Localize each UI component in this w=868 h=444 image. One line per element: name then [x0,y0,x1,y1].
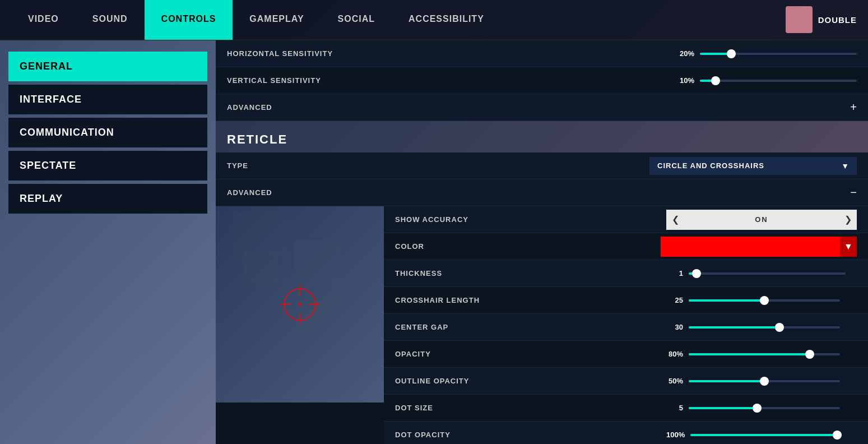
sidebar-item-interface[interactable]: INTERFACE [8,85,207,114]
dot-opacity-row: DOT OPACITY 100% [384,422,868,444]
avatar [786,6,813,33]
vertical-sensitivity-slider[interactable] [700,80,857,82]
center-gap-slider[interactable] [689,326,840,329]
svg-point-5 [299,303,301,306]
color-box[interactable] [661,237,840,257]
dot-opacity-track [690,434,842,436]
outline-opacity-value: 50% [666,377,683,385]
sidebar-item-replay[interactable]: REPLAY [8,184,207,214]
top-nav: VIDEO SOUND CONTROLS GAMEPLAY SOCIAL ACC… [0,0,868,40]
tab-gameplay[interactable]: GAMEPLAY [233,0,321,40]
user-name: DOUBLE [818,15,857,25]
color-label: COLOR [395,242,661,251]
color-control[interactable]: ▼ [661,237,857,257]
opacity-label: OPACITY [395,350,666,358]
sidebar-item-communication[interactable]: COMMUNICATION [8,118,207,147]
center-gap-control: 30 [666,323,857,331]
toggle-arrow-left-show-accuracy[interactable]: ❮ [666,210,684,230]
thickness-track [689,272,846,275]
show-accuracy-toggle[interactable]: ❮ ON ❯ [666,210,857,230]
sidebar: GENERAL INTERFACE COMMUNICATION SPECTATE… [0,40,216,444]
minus-icon: − [850,186,857,199]
outline-opacity-track [689,380,840,382]
thickness-control: 1 [666,269,857,278]
type-dropdown[interactable]: CIRCLE AND CROSSHAIRS ▼ [649,157,857,175]
dot-opacity-fill [690,434,842,436]
opacity-track [689,353,840,355]
dot-size-track [689,407,840,409]
sidebar-item-spectate[interactable]: SPECTATE [8,151,207,181]
type-row: TYPE CIRCLE AND CROSSHAIRS ▼ [216,152,868,179]
thickness-value: 1 [666,269,683,278]
preview-square-3 [233,212,289,257]
dot-opacity-thumb[interactable] [833,431,842,440]
center-gap-value: 30 [666,323,683,331]
center-gap-thumb[interactable] [775,323,784,332]
show-accuracy-row: SHOW ACCURACY ❮ ON ❯ [384,206,868,233]
type-dropdown-label: CIRCLE AND CROSSHAIRS [657,161,764,170]
crosshair-length-label: CROSSHAIR LENGTH [395,296,666,304]
dot-size-label: DOT SIZE [395,404,666,412]
dot-opacity-control: 100% [666,431,857,439]
advanced-collapsed-row[interactable]: ADVANCED + [216,94,868,121]
crosshair-length-thumb[interactable] [760,296,769,305]
settings-panel: SHOW ACCURACY ❮ ON ❯ COLOR ▼ [384,206,868,444]
user-area: DOUBLE [786,6,857,33]
opacity-fill [689,353,810,355]
center-gap-row: CENTER GAP 30 [384,314,868,341]
dropdown-arrow-icon: ▼ [841,161,849,170]
dot-size-thumb[interactable] [753,404,762,413]
opacity-value: 80% [666,350,683,358]
outline-opacity-slider[interactable] [689,380,840,382]
toggle-arrow-right-show-accuracy[interactable]: ❯ [839,210,857,230]
vertical-sensitivity-value: 10% [666,76,694,85]
horizontal-sensitivity-thumb[interactable] [727,49,736,58]
crosshair-length-fill [689,299,764,302]
opacity-thumb[interactable] [805,350,814,359]
outline-opacity-thumb[interactable] [760,377,769,386]
opacity-slider[interactable] [689,353,840,355]
tab-sound[interactable]: SOUND [76,0,145,40]
show-accuracy-label: SHOW ACCURACY [395,215,666,224]
crosshair-svg [266,271,333,338]
horizontal-sensitivity-slider[interactable] [700,53,857,55]
thickness-thumb[interactable] [692,269,701,278]
tab-accessibility[interactable]: ACCESSIBILITY [392,0,501,40]
horizontal-sensitivity-row: HORIZONTAL SENSITIVITY 20% [216,40,868,67]
sidebar-item-general[interactable]: GENERAL [8,52,207,81]
dot-size-slider[interactable] [689,407,840,409]
advanced-panel-label: ADVANCED [227,188,850,197]
tab-controls[interactable]: CONTROLS [145,0,233,40]
advanced-panel-header[interactable]: ADVANCED − [216,179,868,206]
color-row: COLOR ▼ [384,233,868,260]
crosshair-length-slider[interactable] [689,299,840,302]
crosshair-length-control: 25 [666,296,857,304]
vertical-sensitivity-thumb[interactable] [711,76,720,85]
dot-opacity-label: DOT OPACITY [395,431,666,439]
plus-icon: + [850,101,857,114]
advanced-collapsed-label: ADVANCED [227,103,850,112]
tab-video[interactable]: VIDEO [11,0,76,40]
tab-social[interactable]: SOCIAL [321,0,392,40]
outline-opacity-row: OUTLINE OPACITY 50% [384,368,868,395]
thickness-slider[interactable] [689,272,846,275]
horizontal-sensitivity-track [700,53,857,55]
main-layout: GENERAL INTERFACE COMMUNICATION SPECTATE… [0,40,868,444]
dot-opacity-slider[interactable] [690,434,842,436]
vertical-sensitivity-label: VERTICAL SENSITIVITY [227,76,666,85]
center-gap-track [689,326,840,329]
dot-size-value: 5 [666,404,683,412]
type-label: TYPE [227,161,649,170]
horizontal-sensitivity-value: 20% [666,49,694,58]
show-accuracy-value: ON [684,215,839,224]
vertical-sensitivity-track [700,80,857,82]
crosshair-preview [216,206,384,403]
color-dropdown-arrow[interactable]: ▼ [840,237,857,257]
content-area: HORIZONTAL SENSITIVITY 20% VERTICAL SENS… [216,40,868,444]
thickness-label: THICKNESS [395,269,666,278]
opacity-row: OPACITY 80% [384,341,868,368]
dot-size-control: 5 [666,404,857,412]
outline-opacity-fill [689,380,764,382]
center-gap-label: CENTER GAP [395,323,666,331]
nav-tabs: VIDEO SOUND CONTROLS GAMEPLAY SOCIAL ACC… [11,0,786,40]
